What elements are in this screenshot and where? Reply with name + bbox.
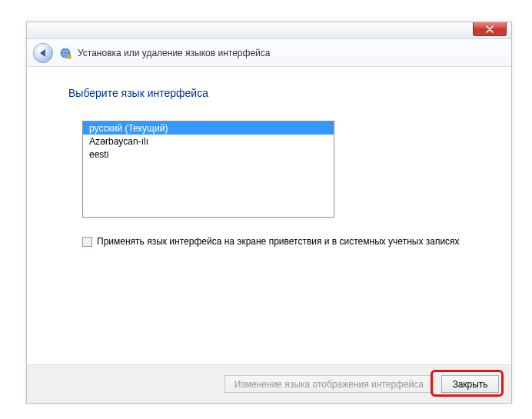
apply-checkbox-label: Применять язык интерфейса на экране прив… bbox=[97, 236, 460, 247]
window-title: Установка или удаление языков интерфейса bbox=[78, 48, 270, 58]
titlebar bbox=[27, 22, 511, 39]
language-listbox[interactable]: русский (Текущий) Azərbaycan-ılı eesti bbox=[82, 121, 334, 218]
list-item[interactable]: Azərbaycan-ılı bbox=[83, 135, 334, 148]
list-item[interactable]: eesti bbox=[83, 148, 334, 161]
apply-checkbox-row: Применять язык интерфейса на экране прив… bbox=[82, 236, 470, 247]
content-area: Выберите язык интерфейса русский (Текущи… bbox=[27, 67, 511, 364]
svg-rect-1 bbox=[67, 55, 71, 58]
dialog-window: Установка или удаление языков интерфейса… bbox=[26, 22, 512, 404]
change-display-language-button: Изменение языка отображения интерфейса bbox=[224, 375, 434, 393]
back-button[interactable] bbox=[33, 43, 53, 63]
close-icon bbox=[486, 25, 494, 33]
apply-welcome-checkbox[interactable] bbox=[82, 237, 92, 247]
globe-icon bbox=[59, 47, 71, 59]
list-item[interactable]: русский (Текущий) bbox=[83, 121, 334, 135]
arrow-left-icon bbox=[40, 49, 45, 57]
window-close-button[interactable] bbox=[473, 22, 507, 36]
page-heading: Выберите язык интерфейса bbox=[68, 87, 470, 99]
close-button[interactable]: Закрыть bbox=[441, 375, 499, 393]
nav-row: Установка или удаление языков интерфейса bbox=[27, 39, 511, 67]
footer: Изменение языка отображения интерфейса З… bbox=[27, 364, 511, 403]
